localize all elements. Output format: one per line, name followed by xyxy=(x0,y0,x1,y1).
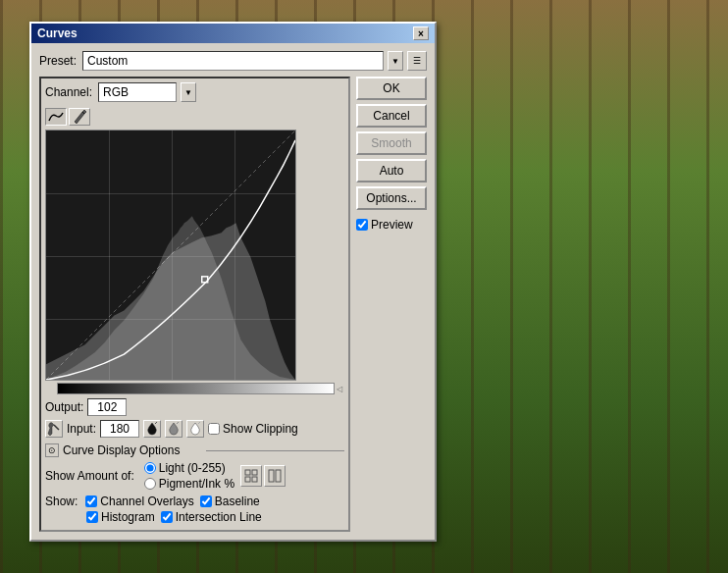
preview-label[interactable]: Preview xyxy=(356,218,413,232)
channel-overlays-checkbox[interactable] xyxy=(85,495,97,507)
main-content-row: Channel: RGB ▼ xyxy=(39,77,427,532)
smooth-button[interactable]: Smooth xyxy=(356,131,427,155)
intersection-line-checkbox[interactable] xyxy=(161,511,173,523)
svg-line-4 xyxy=(177,422,179,424)
intersection-line-label[interactable]: Intersection Line xyxy=(161,510,262,524)
cancel-button[interactable]: Cancel xyxy=(356,104,427,128)
output-label: Output: xyxy=(45,400,83,414)
svg-line-0 xyxy=(46,130,295,380)
gradient-arrow: ◁ xyxy=(335,383,344,394)
input-row: Input: xyxy=(45,420,344,438)
preset-label: Preset: xyxy=(39,54,77,68)
pigment-label: Pigment/Ink % xyxy=(159,477,234,491)
svg-line-2 xyxy=(54,425,59,430)
preset-dropdown-btn[interactable]: ▼ xyxy=(388,51,403,71)
preview-row: Preview xyxy=(356,218,427,232)
preview-text: Preview xyxy=(371,218,413,232)
show-amount-row: Show Amount of: Light (0-255) Pigment/In… xyxy=(45,461,344,491)
dialog-title: Curves xyxy=(37,26,78,40)
preset-row: Preset: Custom ▼ ☰ xyxy=(39,51,427,71)
right-buttons: OK Cancel Smooth Auto Options... Preview xyxy=(356,77,427,532)
curves-svg xyxy=(46,130,295,380)
channel-row: Channel: RGB ▼ xyxy=(45,82,344,102)
baseline-label[interactable]: Baseline xyxy=(200,495,260,508)
tool-row xyxy=(45,108,344,126)
show-options-row1: Show: Channel Overlays Baseline xyxy=(45,495,344,508)
light-radio-label[interactable]: Light (0-255) xyxy=(144,461,234,475)
preview-checkbox[interactable] xyxy=(356,219,368,231)
preset-menu-icon[interactable]: ☰ xyxy=(407,51,427,71)
curves-dialog: Curves × Preset: Custom ▼ ☰ Channel: RGB xyxy=(29,22,437,542)
auto-button[interactable]: Auto xyxy=(356,159,427,182)
curve-tool-button[interactable] xyxy=(45,108,67,126)
white-point-eyedropper[interactable] xyxy=(186,420,204,438)
input-label: Input: xyxy=(67,422,96,436)
histogram-label[interactable]: Histogram xyxy=(86,510,155,524)
intersection-line-text: Intersection Line xyxy=(176,510,262,524)
radio-group: Light (0-255) Pigment/Ink % xyxy=(144,461,234,491)
svg-rect-8 xyxy=(245,477,250,482)
collapse-button[interactable]: ⊙ xyxy=(45,443,59,457)
section-divider-line xyxy=(206,450,345,451)
input-field[interactable] xyxy=(100,420,139,438)
show-options-row2: Histogram Intersection Line xyxy=(45,510,344,524)
svg-rect-6 xyxy=(245,470,250,475)
large-grid-button[interactable] xyxy=(264,465,286,487)
svg-rect-9 xyxy=(252,477,257,482)
channel-label: Channel: xyxy=(45,85,92,99)
close-button[interactable]: × xyxy=(413,26,429,40)
curve-canvas[interactable] xyxy=(45,130,296,381)
show-label: Show: xyxy=(45,495,78,508)
gradient-bar-row: ◁ xyxy=(45,383,344,394)
dialog-body: Preset: Custom ▼ ☰ Channel: RGB ▼ xyxy=(31,43,435,540)
channel-overlays-text: Channel Overlays xyxy=(100,495,193,508)
curves-panel: Channel: RGB ▼ xyxy=(39,77,350,532)
ok-button[interactable]: OK xyxy=(356,77,427,100)
curve-display-options-header: ⊙ Curve Display Options xyxy=(45,443,344,457)
options-button[interactable]: Options... xyxy=(356,186,427,210)
svg-line-3 xyxy=(155,422,157,424)
show-clipping-checkbox-label[interactable]: Show Clipping xyxy=(208,422,298,436)
pencil-tool-button[interactable] xyxy=(69,108,90,126)
small-grid-button[interactable] xyxy=(240,465,262,487)
show-amount-label: Show Amount of: xyxy=(45,469,134,483)
section-title: Curve Display Options xyxy=(63,443,202,457)
hand-tool-btn-wrap xyxy=(45,420,63,438)
output-row: Output: xyxy=(45,398,344,416)
svg-line-5 xyxy=(198,422,200,424)
grid-icons xyxy=(240,465,286,487)
preset-select[interactable]: Custom xyxy=(82,51,384,71)
light-label: Light (0-255) xyxy=(159,461,226,475)
channel-overlays-label[interactable]: Channel Overlays xyxy=(85,495,193,508)
pigment-radio-label[interactable]: Pigment/Ink % xyxy=(144,477,234,491)
pigment-radio[interactable] xyxy=(144,478,156,490)
baseline-checkbox[interactable] xyxy=(200,495,212,507)
output-field[interactable] xyxy=(87,398,127,416)
histogram-checkbox[interactable] xyxy=(86,511,98,523)
hand-tool-button[interactable] xyxy=(45,420,63,438)
dialog-titlebar: Curves × xyxy=(31,24,435,43)
svg-rect-10 xyxy=(269,470,274,482)
svg-rect-7 xyxy=(252,470,257,475)
show-clipping-checkbox[interactable] xyxy=(208,423,220,435)
show-clipping-label: Show Clipping xyxy=(223,422,298,436)
channel-select[interactable]: RGB xyxy=(98,82,177,102)
histogram-text: Histogram xyxy=(101,510,155,524)
gradient-bar-input xyxy=(57,383,335,394)
light-radio[interactable] xyxy=(144,462,156,474)
gray-point-eyedropper[interactable] xyxy=(165,420,182,438)
channel-dropdown-btn[interactable]: ▼ xyxy=(181,82,196,102)
baseline-text: Baseline xyxy=(215,495,260,508)
black-point-eyedropper[interactable] xyxy=(143,420,161,438)
svg-rect-11 xyxy=(276,470,281,482)
